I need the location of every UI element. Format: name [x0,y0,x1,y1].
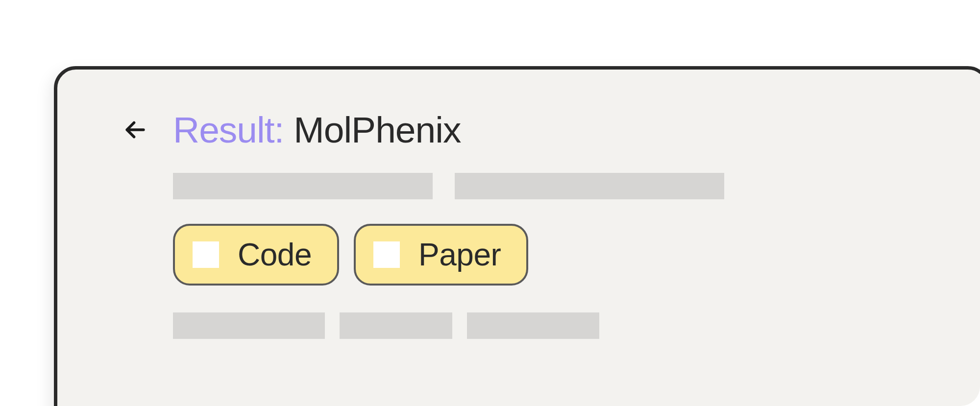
chip-row: Code Paper [173,224,942,286]
title-prefix: Result: [173,109,294,150]
code-chip-label: Code [238,237,312,273]
paper-chip[interactable]: Paper [354,224,528,286]
back-arrow-icon [121,116,149,144]
placeholder-row-top [173,173,942,199]
placeholder-bar [455,173,724,199]
back-button[interactable] [121,116,149,144]
placeholder-row-bottom [173,312,942,339]
title-name: MolPhenix [294,109,461,150]
header-row: Result: MolPhenix [121,109,942,151]
content-area: Code Paper [173,173,942,339]
placeholder-bar [173,312,325,339]
code-chip[interactable]: Code [173,224,339,286]
outer-container: Result: MolPhenix Code Paper [0,0,980,406]
paper-chip-checkbox[interactable] [373,241,400,268]
page-title: Result: MolPhenix [173,109,461,151]
paper-chip-label: Paper [418,237,501,273]
code-chip-checkbox[interactable] [193,241,219,268]
placeholder-bar [340,312,452,339]
placeholder-bar [173,173,433,199]
result-window: Result: MolPhenix Code Paper [54,66,980,406]
placeholder-bar [467,312,599,339]
